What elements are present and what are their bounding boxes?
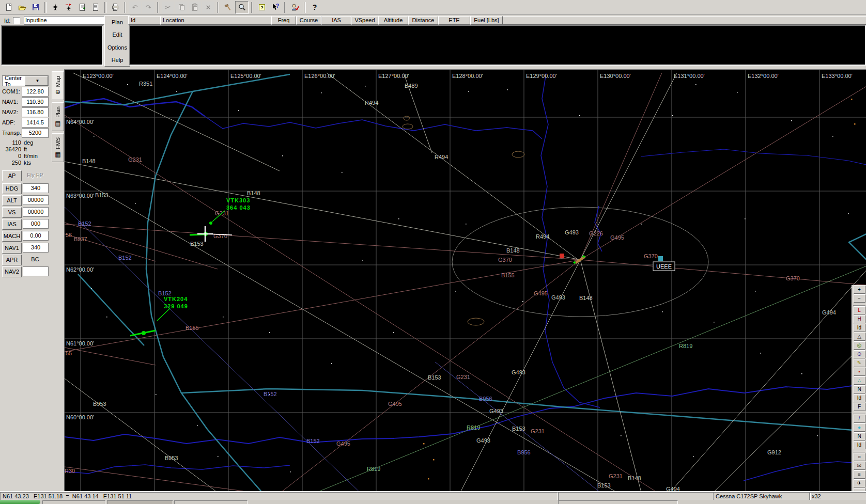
new-file-button[interactable]: [3, 2, 15, 13]
airway-label: B953: [93, 401, 106, 407]
column-header-id[interactable]: Id: [128, 16, 162, 25]
latitude-label: N62°00.00': [66, 266, 94, 273]
adf-value[interactable]: 1414.5: [22, 118, 49, 128]
map-zoom-in-button[interactable]: +: [854, 286, 865, 294]
undo-icon: ↶: [132, 4, 138, 11]
menu-item-plan[interactable]: Plan: [110, 19, 125, 26]
ap-alt-value[interactable]: 00000: [23, 195, 49, 205]
transponder-value[interactable]: 5200: [22, 128, 49, 138]
start-button-sliver[interactable]: [0, 500, 40, 504]
draw-button[interactable]: ✎: [854, 359, 865, 367]
ap-ias-value[interactable]: 000: [23, 219, 49, 229]
menu-item-edit[interactable]: Edit: [111, 31, 125, 38]
waypoint-dot: [282, 155, 283, 156]
lower-airways-button[interactable]: L: [854, 306, 865, 314]
zoom-tool-button[interactable]: [235, 1, 249, 14]
ap-mach-button[interactable]: MACH: [2, 231, 22, 242]
open-file-button[interactable]: [16, 2, 28, 13]
navaid-id-button[interactable]: Id: [854, 394, 865, 402]
airway-label: 56: [66, 232, 72, 238]
label-balloon-button[interactable]: ✉: [854, 462, 865, 470]
ap-vs-button[interactable]: VS: [2, 207, 22, 218]
navaid-name-button[interactable]: N: [854, 385, 865, 393]
aircraft-route-button[interactable]: [63, 2, 75, 13]
center-to-select[interactable]: Center To ▼: [2, 75, 49, 86]
column-header-distance[interactable]: Distance: [408, 16, 438, 25]
airway-label: B153: [512, 426, 525, 432]
aircraft-button[interactable]: [49, 2, 61, 13]
ap-alt-button[interactable]: ALT: [2, 195, 22, 206]
airway-line: [65, 115, 657, 492]
user-check-button[interactable]: [289, 2, 301, 13]
column-header-location[interactable]: Location: [160, 16, 273, 25]
nav2-value[interactable]: 116.80: [22, 107, 49, 117]
ap-hdg-button[interactable]: HDG: [2, 183, 22, 194]
airway-label: G493: [476, 437, 490, 444]
ap-nav2-button[interactable]: NAV2: [2, 266, 22, 277]
input-list-box[interactable]: [1, 25, 103, 66]
column-header-fuel-lbs-[interactable]: Fuel [Lbs]: [470, 16, 503, 25]
inputline-field[interactable]: Inputline: [24, 16, 105, 25]
center-to-value: Center To: [3, 75, 25, 87]
ap-vs-value[interactable]: 00000: [23, 207, 49, 217]
airway-label: B152: [78, 220, 91, 227]
flight-plan-table[interactable]: [129, 25, 866, 66]
navaid-freq-button[interactable]: F: [854, 403, 865, 411]
waypoint-dot: [522, 301, 523, 302]
help-topics-button[interactable]: ?: [256, 2, 268, 13]
airport-symbol-button[interactable]: ●: [854, 423, 865, 432]
stack-button[interactable]: ≡: [854, 470, 865, 479]
airport-id-button[interactable]: Id: [854, 441, 865, 449]
waypoint-dot: [714, 322, 715, 323]
plan-doc-add-button[interactable]: [76, 2, 88, 13]
aircraft-display-button[interactable]: ✈: [854, 479, 865, 487]
nav1-value[interactable]: 110.30: [22, 97, 49, 107]
map-zoom-out-button[interactable]: −: [854, 294, 865, 303]
intersection-button[interactable]: △: [854, 333, 865, 341]
airport-red-marker: [560, 254, 564, 258]
higher-airways-button[interactable]: H: [854, 315, 865, 323]
vector-button[interactable]: /: [854, 415, 865, 423]
airway-label: B148: [628, 475, 641, 481]
map-canvas[interactable]: R351B489R494R494B148G231B153B148G231B152…: [65, 70, 866, 492]
column-header-ias[interactable]: IAS: [321, 16, 351, 25]
ndb-button[interactable]: ⊙: [854, 350, 865, 358]
ap-apr-button[interactable]: APR: [2, 255, 22, 265]
save-file-button[interactable]: [29, 2, 42, 13]
tab-plan[interactable]: Plan▤: [52, 102, 64, 131]
range-ring-button[interactable]: ○: [854, 453, 865, 461]
id-checkbox[interactable]: [13, 17, 20, 24]
ap-ias-button[interactable]: IAS: [2, 219, 22, 230]
airport-name-button[interactable]: N: [854, 432, 865, 440]
chevron-down-icon[interactable]: ▼: [25, 76, 48, 86]
print-button[interactable]: [109, 2, 121, 13]
tab-fms[interactable]: FMS▦: [52, 133, 64, 162]
tab-map[interactable]: Map⊕: [52, 71, 64, 100]
column-header-freq[interactable]: Freq: [271, 16, 296, 25]
context-help-button[interactable]: ?: [269, 2, 282, 13]
airway-label: B155: [185, 325, 199, 331]
small-marker-button[interactable]: ▪: [854, 368, 865, 376]
obstacle-dot: [433, 459, 435, 461]
ap-hdg-value[interactable]: 340: [23, 183, 49, 193]
com1-value[interactable]: 122.80: [22, 87, 49, 97]
about-button[interactable]: ?: [308, 2, 321, 13]
ap-button[interactable]: AP: [2, 170, 22, 181]
vor-button[interactable]: ◎: [854, 341, 865, 350]
column-header-ete[interactable]: ETE: [438, 16, 470, 25]
airway-id-button[interactable]: Id: [854, 324, 865, 332]
map-area[interactable]: R351B489R494R494B148G231B153B148G231B152…: [64, 69, 866, 492]
tools-button[interactable]: [222, 2, 234, 13]
ap-nav1-value[interactable]: 340: [23, 243, 49, 253]
menu-item-help[interactable]: Help: [110, 56, 126, 64]
column-header-course[interactable]: Course: [296, 16, 321, 25]
ap-nav2-value[interactable]: [23, 266, 49, 276]
ap-mach-value[interactable]: 0.00: [23, 231, 49, 241]
column-header-vspeed[interactable]: VSpeed: [351, 16, 378, 25]
plan-doc-button[interactable]: [89, 2, 102, 13]
ap-nav1-button[interactable]: NAV1: [2, 243, 22, 254]
column-header-altitude[interactable]: Altitude: [378, 16, 408, 25]
menu-item-options[interactable]: Options: [105, 44, 129, 51]
scatter-marker-button[interactable]: ∴: [854, 376, 865, 385]
ap-apr-secondary-button[interactable]: BC: [23, 255, 48, 264]
